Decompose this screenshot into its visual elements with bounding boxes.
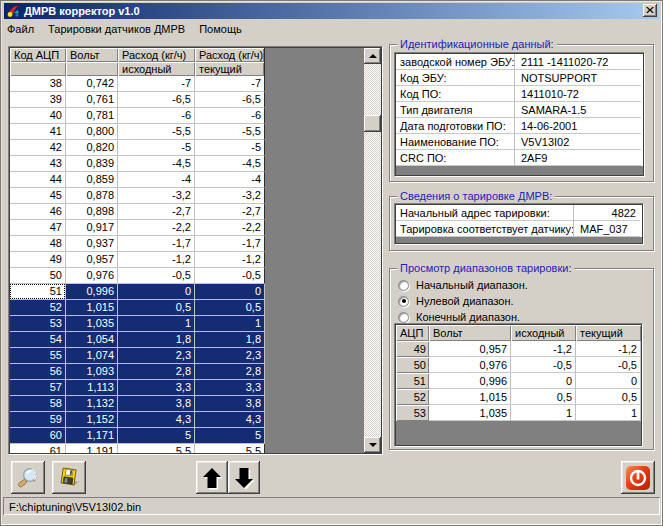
table-row[interactable]: 380,742-7-7 [10, 76, 265, 92]
column-header[interactable]: Вольт [66, 48, 118, 62]
column-header[interactable]: Расход (кг/ч) [118, 48, 195, 62]
table-row[interactable]: 410,800-5,5-5,5 [10, 124, 265, 140]
table-cell[interactable]: 51 [10, 284, 66, 300]
table-cell[interactable]: 1,113 [66, 380, 118, 396]
table-cell[interactable]: 0,820 [66, 140, 118, 156]
table-cell[interactable]: -1,7 [195, 236, 265, 252]
column-header[interactable]: Код АЦП [10, 48, 66, 62]
vertical-scrollbar[interactable] [364, 48, 381, 453]
table-cell[interactable]: 3,8 [195, 396, 265, 412]
table-row[interactable]: 551,0742,32,3 [10, 348, 265, 364]
table-cell[interactable]: 0,859 [66, 172, 118, 188]
range-cell[interactable]: 49 [396, 341, 429, 357]
table-cell[interactable]: 2,3 [118, 348, 195, 364]
table-cell[interactable]: 42 [10, 140, 66, 156]
table-cell[interactable]: 0,898 [66, 204, 118, 220]
table-row[interactable]: 420,820-5-5 [10, 140, 265, 156]
range-cell[interactable]: 0 [511, 373, 576, 389]
table-cell[interactable]: 44 [10, 172, 66, 188]
column-header[interactable] [66, 62, 118, 76]
table-cell[interactable]: -7 [195, 76, 265, 92]
table-cell[interactable]: 4,3 [118, 412, 195, 428]
table-cell[interactable]: 41 [10, 124, 66, 140]
table-cell[interactable]: 0,781 [66, 108, 118, 124]
range-cell[interactable]: -0,5 [576, 357, 641, 373]
table-row[interactable]: 510,99600 [10, 284, 265, 300]
table-cell[interactable]: 1,8 [195, 332, 265, 348]
table-cell[interactable]: 54 [10, 332, 66, 348]
table-cell[interactable]: -3,2 [118, 188, 195, 204]
column-header[interactable]: исходный [118, 62, 195, 76]
table-cell[interactable]: 1,035 [66, 316, 118, 332]
range-cell[interactable]: 1 [576, 405, 641, 421]
move-down-button[interactable] [228, 461, 260, 494]
radio-button[interactable] [398, 312, 409, 323]
table-row[interactable]: 490,957-1,2-1,2 [10, 252, 265, 268]
menu-item-1[interactable]: Файл [4, 21, 41, 37]
table-cell[interactable]: -2,7 [195, 204, 265, 220]
table-cell[interactable]: 0 [118, 284, 195, 300]
range-row[interactable]: 521,0150,50,5 [396, 389, 641, 405]
table-cell[interactable]: 59 [10, 412, 66, 428]
table-cell[interactable]: -1,2 [195, 252, 265, 268]
range-row[interactable]: 531,03511 [396, 405, 641, 421]
range-column-header[interactable]: Вольт [429, 325, 511, 341]
table-cell[interactable]: -0,5 [195, 268, 265, 284]
table-cell[interactable]: 1,191 [66, 444, 118, 453]
table-cell[interactable]: 43 [10, 156, 66, 172]
table-row[interactable]: 531,03511 [10, 316, 265, 332]
table-cell[interactable]: 53 [10, 316, 66, 332]
table-row[interactable]: 521,0150,50,5 [10, 300, 265, 316]
table-cell[interactable]: -6,5 [118, 92, 195, 108]
table-cell[interactable]: 1,054 [66, 332, 118, 348]
column-header[interactable]: текущий [195, 62, 265, 76]
table-cell[interactable]: 48 [10, 236, 66, 252]
table-cell[interactable]: 1,171 [66, 428, 118, 444]
table-cell[interactable]: 1,074 [66, 348, 118, 364]
table-cell[interactable]: -5,5 [195, 124, 265, 140]
table-cell[interactable]: -4,5 [195, 156, 265, 172]
table-cell[interactable]: 58 [10, 396, 66, 412]
table-row[interactable]: 400,781-6-6 [10, 108, 265, 124]
table-cell[interactable]: 0,839 [66, 156, 118, 172]
range-cell[interactable]: 53 [396, 405, 429, 421]
table-cell[interactable]: 3,3 [195, 380, 265, 396]
table-cell[interactable]: 1,8 [118, 332, 195, 348]
table-cell[interactable]: -5 [195, 140, 265, 156]
table-cell[interactable]: 5,5 [195, 444, 265, 453]
table-cell[interactable]: 0,5 [118, 300, 195, 316]
table-cell[interactable]: 5 [195, 428, 265, 444]
table-cell[interactable]: 52 [10, 300, 66, 316]
menu-item-3[interactable]: Помощь [192, 21, 249, 37]
range-row[interactable]: 490,957-1,2-1,2 [396, 341, 641, 357]
table-row[interactable]: 581,1323,83,8 [10, 396, 265, 412]
table-cell[interactable]: -3,2 [195, 188, 265, 204]
open-file-button[interactable] [11, 461, 45, 494]
table-row[interactable]: 561,0932,82,8 [10, 364, 265, 380]
column-header[interactable] [10, 62, 66, 76]
table-row[interactable]: 541,0541,81,8 [10, 332, 265, 348]
radio-option-3[interactable]: Конечный диапазон. [398, 311, 520, 323]
table-cell[interactable]: 40 [10, 108, 66, 124]
table-cell[interactable]: 1,093 [66, 364, 118, 380]
range-cell[interactable]: -1,2 [511, 341, 576, 357]
table-cell[interactable]: -4 [118, 172, 195, 188]
table-cell[interactable]: 2,8 [195, 364, 265, 380]
table-cell[interactable]: 2,3 [195, 348, 265, 364]
table-cell[interactable]: 49 [10, 252, 66, 268]
range-cell[interactable]: 0,957 [429, 341, 511, 357]
table-cell[interactable]: 2,8 [118, 364, 195, 380]
range-cell[interactable]: 0,996 [429, 373, 511, 389]
table-cell[interactable]: -5 [118, 140, 195, 156]
table-row[interactable]: 571,1133,33,3 [10, 380, 265, 396]
table-cell[interactable]: 0,957 [66, 252, 118, 268]
range-cell[interactable]: 0 [576, 373, 641, 389]
table-cell[interactable]: 0 [195, 284, 265, 300]
range-column-header[interactable]: текущий [576, 325, 641, 341]
table-cell[interactable]: -4,5 [118, 156, 195, 172]
table-row[interactable]: 450,878-3,2-3,2 [10, 188, 265, 204]
table-cell[interactable]: 5,5 [118, 444, 195, 453]
table-row[interactable]: 591,1524,34,3 [10, 412, 265, 428]
table-cell[interactable]: 0,996 [66, 284, 118, 300]
table-cell[interactable]: 0,5 [195, 300, 265, 316]
